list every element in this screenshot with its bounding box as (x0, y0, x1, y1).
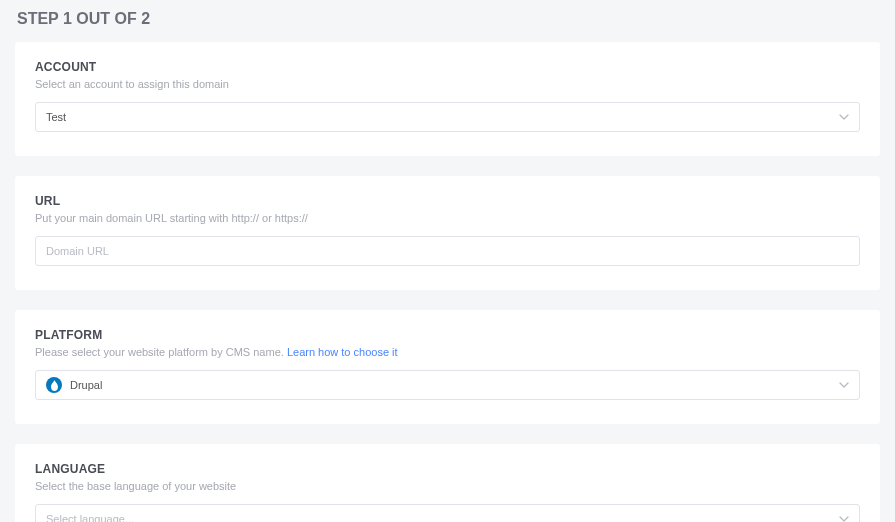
drupal-icon (46, 377, 62, 393)
url-title: URL (35, 194, 860, 208)
language-select[interactable]: Select language... (35, 504, 860, 522)
platform-learn-link[interactable]: Learn how to choose it (287, 346, 398, 358)
language-title: LANGUAGE (35, 462, 860, 476)
url-input[interactable] (35, 236, 860, 266)
url-subtitle: Put your main domain URL starting with h… (35, 212, 860, 224)
chevron-down-icon (839, 114, 849, 120)
platform-card: PLATFORM Please select your website plat… (15, 310, 880, 424)
language-card: LANGUAGE Select the base language of you… (15, 444, 880, 522)
chevron-down-icon (839, 516, 849, 522)
platform-subtitle: Please select your website platform by C… (35, 346, 860, 358)
account-select[interactable]: Test (35, 102, 860, 132)
url-card: URL Put your main domain URL starting wi… (15, 176, 880, 290)
chevron-down-icon (839, 382, 849, 388)
account-card: ACCOUNT Select an account to assign this… (15, 42, 880, 156)
language-subtitle: Select the base language of your website (35, 480, 860, 492)
platform-select[interactable]: Drupal (35, 370, 860, 400)
platform-select-value: Drupal (70, 379, 102, 391)
account-subtitle: Select an account to assign this domain (35, 78, 860, 90)
account-select-value: Test (46, 111, 66, 123)
page-title: STEP 1 OUT OF 2 (15, 10, 880, 28)
platform-title: PLATFORM (35, 328, 860, 342)
platform-subtitle-text: Please select your website platform by C… (35, 346, 287, 358)
language-select-placeholder: Select language... (46, 513, 134, 522)
account-title: ACCOUNT (35, 60, 860, 74)
